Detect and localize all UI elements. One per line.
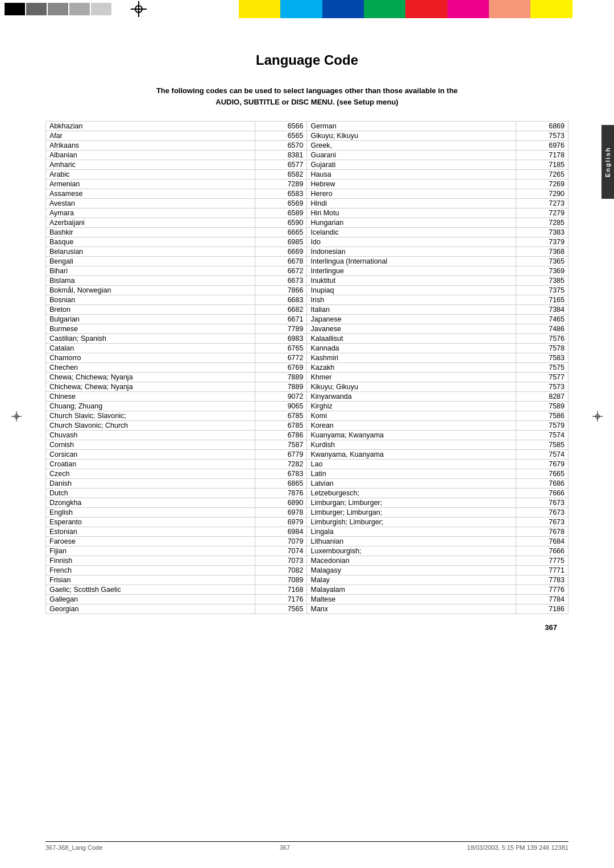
lang-name-right: Inupiaq [307,286,516,295]
lang-name-left: Bislama [46,276,255,286]
table-row: Aymara6589Hiri Motu7279 [46,208,569,218]
table-row: Chuang; Zhuang9065Kirghiz7589 [46,402,569,411]
table-row: Catalan6765Kannada7578 [46,344,569,353]
lang-name-left: Fijian [46,546,255,556]
language-table: Abkhazian6566German6869Afar6565Gikuyu; K… [45,121,569,614]
table-row: Chamorro6772Kashmiri7583 [46,353,569,363]
color-magenta [447,0,489,18]
lang-code-left: 6978 [255,508,307,518]
lang-code-left: 6683 [255,295,307,305]
lang-code-right: 7666 [516,546,569,556]
lang-name-right: Greek, [307,141,516,151]
lang-name-left: Albanian [46,151,255,160]
lang-name-right: Latvian [307,479,516,489]
lang-code-left: 7073 [255,556,307,566]
crosshair-small-right [592,411,603,422]
lang-name-right: Luxembourgish; [307,546,516,556]
table-row: Bulgarian6671Japanese7465 [46,315,569,324]
lang-name-right: Latin [307,469,516,479]
table-row: Bashkir6665Icelandic7383 [46,228,569,237]
lang-name-left: Avestan [46,199,255,208]
lang-code-right: 7285 [516,218,569,228]
lang-code-right: 7575 [516,363,569,373]
lang-code-left: 6673 [255,276,307,286]
lang-code-left: 6984 [255,527,307,537]
table-row: Abkhazian6566German6869 [46,122,569,131]
lang-name-left: Assamese [46,189,255,199]
lang-code-right: 7165 [516,295,569,305]
lang-name-right: German [307,122,516,131]
lang-name-right: Malay [307,575,516,585]
lang-name-right: Hindi [307,199,516,208]
lang-name-right: Kannada [307,344,516,353]
lang-code-left: 7889 [255,382,307,392]
lang-code-left: 6565 [255,131,307,141]
table-row: Church Slavic; Slavonic;6785Komi7586 [46,411,569,421]
lang-name-right: Gujarati [307,160,516,170]
lang-name-right: Hiri Motu [307,208,516,218]
table-row: Amharic6577Gujarati7185 [46,160,569,170]
table-row: Avestan6569Hindi7273 [46,199,569,208]
color-cyan [280,0,322,18]
lang-code-right: 7589 [516,402,569,411]
lang-code-left: 7082 [255,566,307,575]
lang-name-left: Gaelic; Scottish Gaelic [46,585,255,595]
lang-code-right: 7383 [516,228,569,237]
lang-code-right: 7269 [516,180,569,189]
lang-code-right: 7265 [516,170,569,180]
lang-name-right: Lingala [307,527,516,537]
color-lightyellow [530,0,572,18]
footer-left: 367-368_Lang Code [45,844,102,851]
crosshair-area [116,0,161,18]
lang-code-right: 7586 [516,411,569,421]
table-row: Church Slavonic; Church6785Korean7579 [46,421,569,431]
lang-code-left: 7876 [255,489,307,498]
black-block-5 [91,3,111,15]
lang-name-left: Chuang; Zhuang [46,402,255,411]
lang-name-left: Bihari [46,266,255,276]
lang-name-right: Kikuyu; Gikuyu [307,382,516,392]
intro-line1: The following codes can be used to selec… [156,86,458,95]
lang-name-left: Church Slavic; Slavonic; [46,411,255,421]
top-bar-right [239,0,614,18]
margin-left-crosshair [11,406,22,427]
lang-code-right: 7783 [516,575,569,585]
lang-code-right: 7666 [516,489,569,498]
lang-code-left: 7168 [255,585,307,595]
table-row: Basque6985Ido7379 [46,237,569,247]
lang-name-right: Korean [307,421,516,431]
lang-code-right: 7186 [516,604,569,614]
lang-name-right: Khmer [307,373,516,382]
lang-name-right: Letzeburgesch; [307,489,516,498]
table-row: Albanian8381Guarani7178 [46,151,569,160]
crosshair-icon [131,1,147,17]
lang-name-left: Finnish [46,556,255,566]
lang-code-left: 7089 [255,575,307,585]
lang-code-right: 7384 [516,305,569,315]
lang-code-left: 7565 [255,604,307,614]
lang-name-left: Belarusian [46,247,255,257]
lang-code-right: 7673 [516,508,569,518]
lang-name-right: Indonesian [307,247,516,257]
lang-code-right: 7577 [516,373,569,382]
lang-name-left: Estonian [46,527,255,537]
lang-name-right: Kwanyama, Kuanyama [307,450,516,460]
table-row: Assamese6583Herero7290 [46,189,569,199]
black-block-2 [26,3,47,15]
lang-name-left: Bengali [46,257,255,266]
lang-code-left: 6979 [255,518,307,527]
lang-name-left: Arabic [46,170,255,180]
lang-name-right: Javanese [307,324,516,334]
lang-code-right: 8287 [516,392,569,402]
lang-code-right: 7365 [516,257,569,266]
lang-code-left: 7889 [255,373,307,382]
lang-name-left: Chamorro [46,353,255,363]
lang-code-right: 7776 [516,585,569,595]
black-block-1 [5,3,25,15]
lang-code-right: 7573 [516,382,569,392]
lang-code-left: 6785 [255,421,307,431]
lang-code-left: 7282 [255,460,307,469]
lang-code-right: 7375 [516,286,569,295]
lang-name-left: Dutch [46,489,255,498]
lang-name-right: Kazakh [307,363,516,373]
